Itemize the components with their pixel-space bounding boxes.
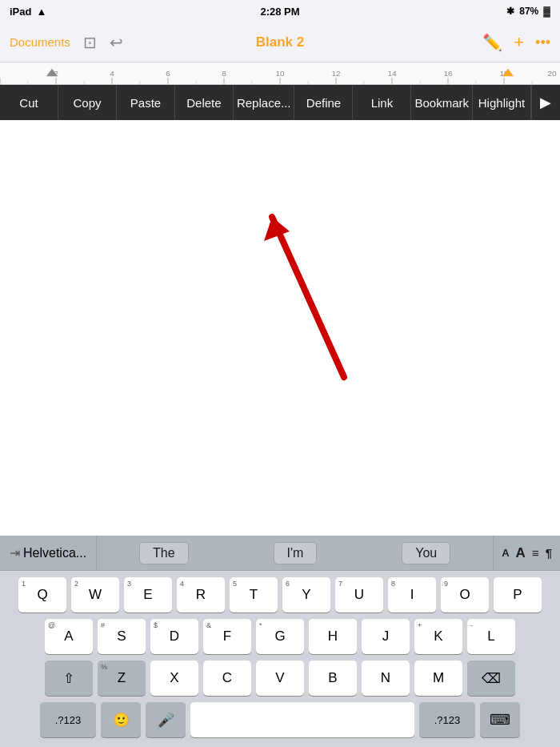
key-V[interactable]: V <box>256 661 304 696</box>
battery-percent: 87% <box>519 6 538 17</box>
define-button[interactable]: Define <box>294 85 353 120</box>
paste-button[interactable]: Paste <box>117 85 175 120</box>
key-K[interactable]: +K <box>414 619 462 654</box>
undo-button[interactable]: ↩ <box>110 33 123 52</box>
key-D[interactable]: $D <box>150 619 198 654</box>
font-size-large-button[interactable]: A <box>516 545 526 561</box>
battery-icon: ▓ <box>543 6 550 17</box>
ruler: 2 4 6 8 10 12 14 16 18 20 <box>0 62 560 85</box>
num-key-right[interactable]: .?123 <box>419 702 475 737</box>
delete-key[interactable]: ⌫ <box>467 661 515 696</box>
toolbar-left: Documents ⊡ ↩ <box>10 33 123 52</box>
more-context-button[interactable]: ▶ <box>531 85 560 120</box>
key-row-2: @A #S $D &F *G H J +K -L <box>2 619 558 654</box>
key-row-4: .?123 🙂 🎤 .?123 ⌨ <box>2 702 558 744</box>
key-E[interactable]: 3E <box>124 577 172 612</box>
copy-button[interactable]: Copy <box>58 85 117 120</box>
mic-icon: 🎤 <box>158 712 174 729</box>
key-Z[interactable]: %Z <box>98 661 146 696</box>
key-Y[interactable]: 6Y <box>282 577 330 612</box>
svg-text:14: 14 <box>387 70 397 78</box>
red-arrow-annotation <box>232 209 360 388</box>
predictive-word-2[interactable]: I'm <box>274 542 318 564</box>
predictive-words: The I'm You <box>97 542 493 564</box>
add-icon: + <box>514 32 524 52</box>
keyboard-area: ⇥ Helvetica... The I'm You A A ≡ ¶ 1Q 2W… <box>0 536 560 747</box>
predictive-word-1[interactable]: The <box>139 542 189 564</box>
mic-key[interactable]: 🎤 <box>146 702 186 737</box>
paragraph-button[interactable]: ¶ <box>546 546 552 560</box>
pen-icon-button[interactable]: ✏️ <box>482 33 502 52</box>
align-button[interactable]: ≡ <box>532 546 539 560</box>
cut-button[interactable]: Cut <box>0 85 58 120</box>
delete-button[interactable]: Delete <box>175 85 234 120</box>
key-O[interactable]: 9O <box>441 577 489 612</box>
svg-text:4: 4 <box>110 70 114 78</box>
key-J[interactable]: J <box>362 619 410 654</box>
pen-icon: ✏️ <box>482 34 502 51</box>
space-key[interactable] <box>190 702 414 737</box>
replace-button[interactable]: Replace... <box>234 85 295 120</box>
document-area: iGeeksBlog.com <box>0 85 560 533</box>
key-W[interactable]: 2W <box>71 577 119 612</box>
context-menu: Cut Copy Paste Delete Replace... Define … <box>0 85 560 120</box>
font-size-small-button[interactable]: A <box>502 547 509 559</box>
key-A[interactable]: @A <box>45 619 93 654</box>
key-U[interactable]: 7U <box>335 577 383 612</box>
num-key-left[interactable]: .?123 <box>40 702 96 737</box>
status-left: iPad ▲ <box>10 6 46 18</box>
toolbar: Documents ⊡ ↩ Blank 2 ✏️ + ••• <box>0 22 560 62</box>
indent-icon: ⇥ <box>10 545 20 560</box>
link-button[interactable]: Link <box>353 85 411 120</box>
svg-text:16: 16 <box>443 70 453 78</box>
key-L[interactable]: -L <box>467 619 515 654</box>
shift-key[interactable]: ⇧ <box>45 661 93 696</box>
emoji-key[interactable]: 🙂 <box>101 702 141 737</box>
key-M[interactable]: M <box>414 661 462 696</box>
key-H[interactable]: H <box>309 619 357 654</box>
key-F[interactable]: &F <box>203 619 251 654</box>
key-N[interactable]: N <box>362 661 410 696</box>
key-row-1: 1Q 2W 3E 4R 5T 6Y 7U 8I <box>2 577 558 612</box>
square-icon-button[interactable]: ⊡ <box>83 33 97 52</box>
key-S[interactable]: #S <box>98 619 146 654</box>
svg-text:12: 12 <box>331 70 340 78</box>
key-T[interactable]: 5T <box>230 577 278 612</box>
shift-icon: ⇧ <box>63 670 74 687</box>
bookmark-button[interactable]: Bookmark <box>411 85 473 120</box>
key-G[interactable]: *G <box>256 619 304 654</box>
key-P[interactable]: P <box>494 577 542 612</box>
font-selector[interactable]: ⇥ Helvetica... <box>0 536 97 570</box>
svg-text:8: 8 <box>222 70 226 78</box>
keyboard-icon: ⌨ <box>490 711 510 729</box>
svg-text:6: 6 <box>166 70 170 78</box>
wifi-icon: ▲ <box>36 6 46 18</box>
status-time: 2:28 PM <box>260 6 299 18</box>
key-Q[interactable]: 1Q <box>18 577 66 612</box>
key-B[interactable]: B <box>309 661 357 696</box>
toolbar-right: ✏️ + ••• <box>482 32 550 53</box>
doc-title: Blank 2 <box>256 34 304 50</box>
status-right: ✱ 87% ▓ <box>506 6 550 17</box>
keyboard-rows: 1Q 2W 3E 4R 5T 6Y 7U 8I <box>0 571 560 747</box>
more-icon: ••• <box>535 34 550 50</box>
predictive-bar: ⇥ Helvetica... The I'm You A A ≡ ¶ <box>0 536 560 571</box>
undo-icon: ↩ <box>110 34 123 51</box>
font-name: Helvetica... <box>23 546 86 560</box>
predictive-word-3[interactable]: You <box>402 542 450 564</box>
more-button[interactable]: ••• <box>535 33 550 51</box>
key-C[interactable]: C <box>203 661 251 696</box>
key-row-3: ⇧ %Z X C V B N M ⌫ <box>2 661 558 696</box>
add-button[interactable]: + <box>514 32 524 53</box>
highlight-button[interactable]: Highlight <box>473 85 531 120</box>
bluetooth-icon: ✱ <box>506 6 514 17</box>
backspace-icon: ⌫ <box>482 670 501 687</box>
status-bar: iPad ▲ 2:28 PM ✱ 87% ▓ <box>0 0 560 22</box>
key-X[interactable]: X <box>150 661 198 696</box>
key-I[interactable]: 8I <box>388 577 436 612</box>
keyboard-dismiss-key[interactable]: ⌨ <box>480 702 520 737</box>
square-icon: ⊡ <box>83 34 97 51</box>
documents-button[interactable]: Documents <box>10 35 70 49</box>
key-R[interactable]: 4R <box>177 577 225 612</box>
toolbar-center: Blank 2 <box>256 34 304 50</box>
